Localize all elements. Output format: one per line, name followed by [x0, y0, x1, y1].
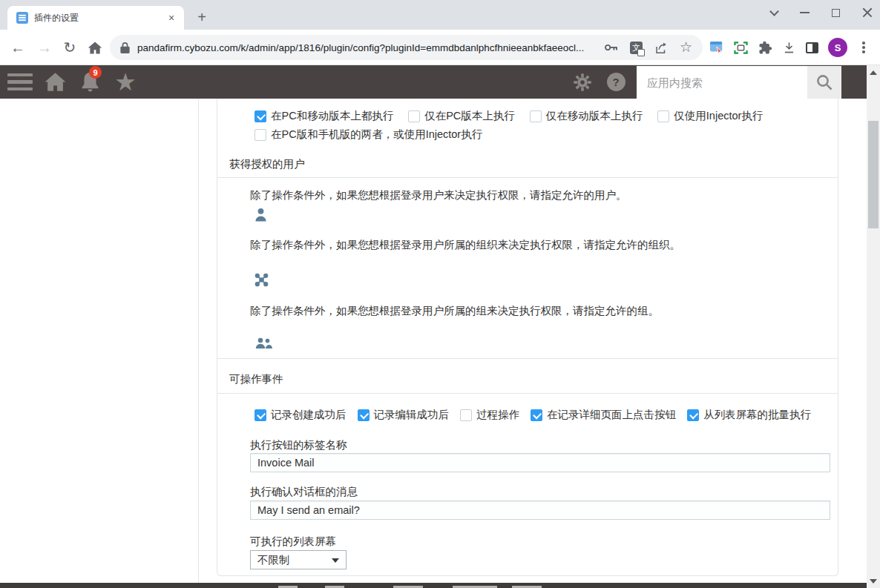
browser-toolbar: ← → ↻ pandafirm.cybozu.com/k/admin/app/1…: [0, 30, 880, 65]
organization-icon[interactable]: [255, 273, 269, 290]
search-button[interactable]: [807, 66, 841, 99]
list-screen-field-label: 可执行的列表屏幕: [250, 535, 336, 549]
forward-button[interactable]: →: [33, 30, 56, 65]
checkbox-label: 仅在移动版本上执行: [546, 109, 643, 123]
extension-icons: S: [709, 35, 870, 60]
omnibox-icons: 文 ☆: [604, 42, 692, 54]
url-text[interactable]: pandafirm.cybozu.com/k/admin/app/1816/pl…: [137, 42, 597, 53]
checkbox-option-injector-only[interactable]: 仅使用Injector执行: [657, 109, 763, 123]
execution-options-row-2: 在PC版和手机版的两者，或使用Injector执行: [255, 128, 482, 142]
checkbox-option-both-or-injector[interactable]: 在PC版和手机版的两者，或使用Injector执行: [255, 128, 482, 142]
app-search-input[interactable]: [637, 66, 807, 99]
button-label-field-label: 执行按钮的标签名称: [250, 438, 347, 452]
hamburger-menu-icon[interactable]: [7, 73, 33, 90]
checkbox-option-record-created[interactable]: 记录创建成功后: [255, 408, 347, 422]
lock-icon: [120, 42, 130, 53]
scroll-down-arrow[interactable]: [870, 579, 877, 584]
capture-frame-extension-icon[interactable]: [734, 42, 748, 54]
select-value: 不限制: [257, 553, 290, 567]
question-mark-icon: ?: [607, 73, 625, 91]
checkbox-label: 仅在PC版本上执行: [424, 109, 515, 123]
button-label-input[interactable]: [250, 453, 830, 472]
download-icon[interactable]: [782, 41, 796, 55]
checkbox-option-detail-page-button[interactable]: 在记录详细页面上点击按钮: [531, 408, 676, 422]
back-button[interactable]: ←: [6, 30, 30, 65]
help-button[interactable]: ?: [605, 65, 627, 99]
checkbox[interactable]: [255, 110, 266, 122]
bottom-action-bar: [0, 583, 867, 588]
scroll-up-arrow[interactable]: [870, 70, 877, 75]
checkbox-option-mobile-only[interactable]: 仅在移动版本上执行: [530, 109, 643, 123]
favorites-star-button[interactable]: ★: [111, 65, 139, 99]
home-button[interactable]: [83, 30, 107, 65]
checkbox-option-record-edited[interactable]: 记录编辑成功后: [358, 408, 450, 422]
checkbox-option-run-both[interactable]: 在PC和移动版本上都执行: [255, 109, 393, 123]
page-scrollbar[interactable]: [867, 65, 880, 588]
section-divider: [217, 393, 838, 394]
checkbox-label: 在PC版和手机版的两者，或使用Injector执行: [271, 128, 482, 142]
key-icon[interactable]: [604, 42, 618, 53]
profile-avatar[interactable]: S: [828, 38, 847, 57]
checkbox-label: 在记录详细页面上点击按钮: [547, 408, 676, 422]
chevron-down-icon: [332, 558, 339, 563]
list-screen-select[interactable]: 不限制: [250, 550, 347, 569]
group-icon[interactable]: [255, 337, 272, 352]
execution-options-row-1: 在PC和移动版本上都执行 仅在PC版本上执行 仅在移动版本上执行 仅使用Inje…: [255, 109, 763, 123]
browser-window: 插件的设置 × + ← → ↻ pandafirm.cybozu.com/k/a…: [0, 0, 880, 588]
checkbox-label: 在PC和移动版本上都执行: [271, 109, 393, 123]
window-extension-icon[interactable]: [709, 41, 724, 54]
checkbox[interactable]: [255, 129, 266, 141]
side-panel-icon[interactable]: [806, 42, 818, 53]
browser-tab[interactable]: 插件的设置 ×: [7, 6, 184, 30]
reload-button[interactable]: ↻: [58, 30, 82, 65]
checkbox-option-bulk-from-list[interactable]: 从列表屏幕的批量执行: [687, 408, 811, 422]
section-divider: [217, 358, 838, 359]
home-icon: [45, 72, 66, 92]
authorized-groups-note: 除了操作条件外，如果您想根据登录用户所属的组来决定执行权限，请指定允许的组。: [250, 304, 659, 318]
checkbox[interactable]: [657, 110, 669, 122]
events-section-title: 可操作事件: [229, 372, 283, 386]
maximize-button[interactable]: [832, 9, 840, 17]
authorized-orgs-note: 除了操作条件外，如果您想根据登录用户所属的组织来决定执行权限，请指定允许的组织。: [250, 238, 680, 252]
confirm-message-input[interactable]: [250, 501, 830, 520]
authorized-users-section-title: 获得授权的用户: [229, 157, 305, 171]
gear-icon: [573, 73, 592, 92]
new-tab-button[interactable]: +: [191, 7, 212, 27]
checkbox-label: 仅使用Injector执行: [674, 109, 763, 123]
checkbox-label: 过程操作: [476, 408, 519, 422]
browser-menu-icon[interactable]: [857, 39, 870, 56]
bookmark-star-icon[interactable]: ☆: [680, 42, 692, 53]
checkbox-option-pc-only[interactable]: 仅在PC版本上执行: [408, 109, 515, 123]
scrollbar-thumb[interactable]: [868, 121, 879, 228]
checkbox[interactable]: [358, 409, 370, 421]
extensions-puzzle-icon[interactable]: [758, 40, 772, 55]
checkbox-label: 从列表屏幕的批量执行: [703, 408, 811, 422]
confirm-message-field-label: 执行确认对话框的消息: [250, 485, 358, 499]
checkbox[interactable]: [531, 409, 542, 421]
portal-home-button[interactable]: [43, 65, 67, 99]
share-icon[interactable]: [654, 42, 668, 54]
translate-icon[interactable]: 文: [630, 42, 643, 54]
checkbox[interactable]: [255, 409, 266, 421]
checkbox[interactable]: [460, 409, 472, 421]
tab-strip: 插件的设置 × +: [0, 0, 880, 30]
close-window-button[interactable]: [862, 7, 873, 18]
tab-title: 插件的设置: [34, 12, 165, 24]
checkbox-label: 记录创建成功后: [271, 408, 347, 422]
plugin-settings-panel: 在PC和移动版本上都执行 仅在PC版本上执行 仅在移动版本上执行 仅使用Inje…: [217, 99, 838, 576]
checkbox[interactable]: [530, 110, 542, 122]
url-bar[interactable]: pandafirm.cybozu.com/k/admin/app/1816/pl…: [110, 35, 703, 60]
checkbox[interactable]: [408, 110, 420, 122]
window-controls: [771, 1, 873, 24]
favicon-plugin-icon: [16, 12, 28, 24]
window-chevron-icon[interactable]: [769, 7, 779, 16]
home-icon: [88, 41, 102, 55]
checkbox-label: 记录编辑成功后: [374, 408, 450, 422]
settings-gear-button[interactable]: [571, 65, 594, 99]
tab-close-icon[interactable]: ×: [165, 11, 178, 24]
user-icon[interactable]: [255, 208, 267, 225]
checkbox[interactable]: [687, 409, 699, 421]
checkbox-option-process-action[interactable]: 过程操作: [460, 408, 519, 422]
search-icon: [815, 73, 833, 91]
minimize-button[interactable]: [800, 12, 810, 13]
